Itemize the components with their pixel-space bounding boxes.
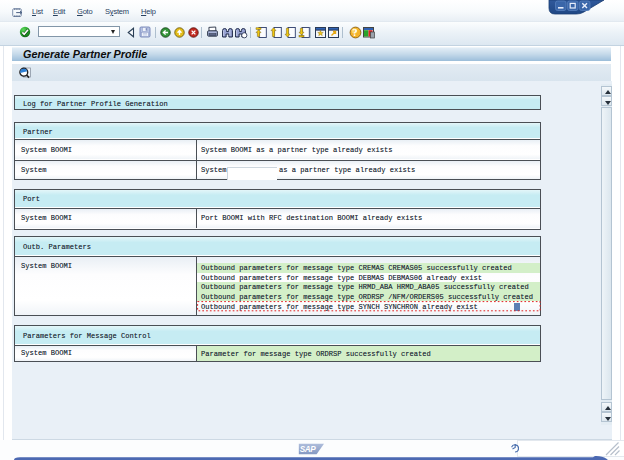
svg-text:SAP: SAP: [300, 445, 317, 454]
svg-text:?: ?: [353, 27, 358, 38]
